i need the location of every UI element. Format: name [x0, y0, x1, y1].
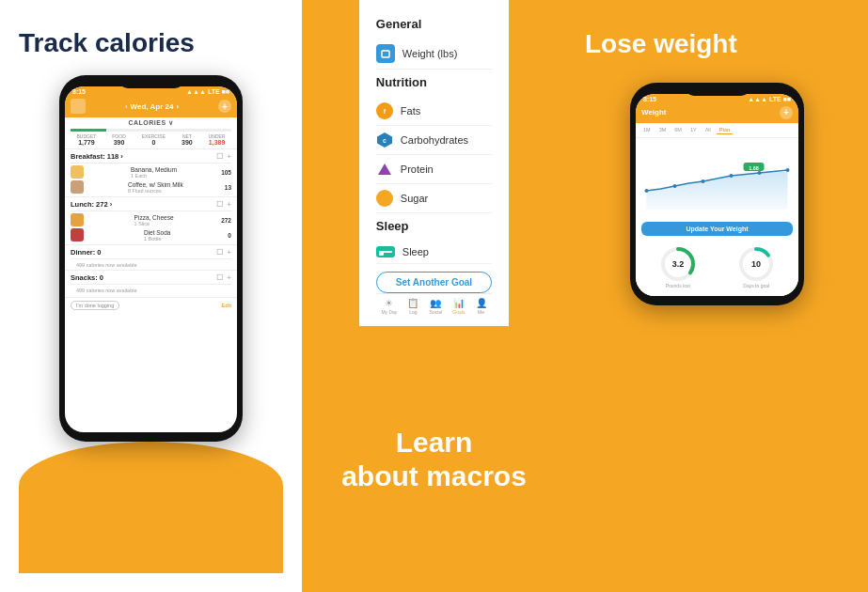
days-value: 10	[751, 259, 761, 269]
add-lunch-icon[interactable]: +	[227, 200, 231, 209]
camera-icon-dinner[interactable]: ☐	[216, 248, 223, 257]
tab-my-day[interactable]: ☀ My Day	[381, 298, 397, 315]
prev-chevron[interactable]: ‹	[125, 102, 128, 111]
right-heading: Lose weight	[585, 28, 737, 60]
right-add-button[interactable]: +	[780, 106, 793, 119]
svg-text:c: c	[383, 137, 387, 144]
weight-label: Weight (lbs)	[402, 48, 457, 59]
coffee-info: Coffee, w/ Skim Milk 8 Fluid ounces	[128, 181, 183, 194]
coffee-thumb	[71, 180, 84, 194]
general-section-title: General	[376, 17, 492, 31]
goal-carbs[interactable]: c Carbohydrates	[376, 126, 492, 155]
camera-icon[interactable]: ☐	[216, 152, 223, 161]
goal-weight[interactable]: Weight (lbs)	[376, 39, 492, 70]
phone-header: ‹ Wed, Apr 24 › +	[65, 97, 237, 117]
center-bottom-text: Learn about macros	[326, 326, 542, 592]
fats-label: Fats	[401, 105, 420, 117]
left-heading: Track calories	[19, 28, 195, 58]
edit-button[interactable]: Edit	[222, 303, 231, 308]
tab-3m[interactable]: 3M	[656, 126, 670, 134]
macro-exercise: EXERCISE 0	[142, 133, 166, 146]
sleep-icon	[376, 246, 395, 257]
tab-log[interactable]: 📋 Log	[407, 298, 418, 315]
next-chevron[interactable]: ›	[176, 102, 179, 111]
tab-bar: ☀ My Day 📋 Log 👥 Social 📊 Goals 👤 Me	[376, 293, 492, 319]
add-snacks-icon[interactable]: +	[227, 273, 231, 282]
my-day-icon: ☀	[385, 298, 393, 308]
carbs-label: Carbohydrates	[401, 134, 468, 146]
center-bottom-heading: Learn about macros	[341, 426, 527, 493]
tab-plan[interactable]: Plan	[717, 126, 734, 134]
protein-label: Protein	[401, 164, 434, 175]
dinner-action-icons: ☐ +	[216, 248, 231, 257]
sugar-icon	[376, 190, 393, 207]
set-goal-button[interactable]: Set Another Goal	[376, 272, 492, 293]
macros-row: BUDGET 1,779 FOOD 390 EXERCISE 0 NET	[65, 132, 237, 149]
tab-1m[interactable]: 1M	[640, 126, 654, 134]
right-phone-screen: 8:15 ▲▲▲ LTE ■■ Weight + 1M 3M 6M 1Y All…	[636, 94, 798, 296]
svg-marker-7	[378, 164, 391, 175]
done-row: I'm done logging Edit	[65, 297, 237, 313]
calories-tab[interactable]: CALORIES ∨	[65, 117, 237, 129]
macro-budget: BUDGET 1,779	[76, 133, 96, 146]
add-meal-icon[interactable]: +	[227, 152, 231, 161]
svg-point-15	[786, 168, 790, 172]
log-icon: 📋	[407, 298, 418, 308]
svg-point-14	[758, 171, 762, 175]
snacks-section: Snacks: 0 ☐ + 499 calories now available	[65, 270, 237, 295]
dinner-title: Dinner: 0	[71, 248, 102, 257]
macro-net: NET 390	[181, 133, 193, 146]
nav-date-row: ‹ Wed, Apr 24 ›	[125, 102, 179, 111]
chart-tabs: 1M 3M 6M 1Y All Plan	[636, 123, 798, 138]
fats-icon: f	[376, 102, 393, 119]
tab-all[interactable]: All	[702, 126, 714, 134]
carbs-icon: c	[376, 132, 393, 148]
add-dinner-icon[interactable]: +	[227, 248, 231, 257]
center-panel: General Weight (lbs) Nutrition f Fats c …	[302, 0, 566, 592]
tab-me[interactable]: 👤 Me	[476, 298, 487, 315]
done-logging-button[interactable]: I'm done logging	[71, 301, 119, 310]
left-phone-frame: 8:15 ▲▲▲ LTE ■■ ‹ Wed, Apr 24 ›	[59, 75, 243, 442]
days-goal-stat: 10 Days to goal	[720, 242, 794, 292]
days-circle: 10	[738, 246, 774, 282]
svg-point-12	[702, 179, 705, 183]
right-phone-frame: 8:15 ▲▲▲ LTE ■■ Weight + 1M 3M 6M 1Y All…	[630, 83, 804, 305]
update-weight-button[interactable]: Update Your Weight	[641, 222, 793, 236]
lunch-header: Lunch: 272 › ☐ +	[71, 200, 231, 211]
camera-icon-lunch[interactable]: ☐	[216, 200, 223, 209]
tab-6m[interactable]: 6M	[671, 126, 685, 134]
nutrition-section-title: Nutrition	[376, 75, 492, 89]
svg-rect-0	[382, 51, 389, 57]
camera-icon-snacks[interactable]: ☐	[216, 273, 223, 282]
banana-thumb	[71, 165, 84, 179]
meal-action-icons: ☐ +	[216, 152, 231, 161]
goal-sugar[interactable]: Sugar	[376, 184, 492, 213]
goal-fats[interactable]: f Fats	[376, 97, 492, 126]
me-icon: 👤	[476, 298, 487, 308]
tab-me-label: Me	[478, 309, 484, 315]
dinner-avail: 499 calories now available	[71, 261, 231, 269]
food-coffee: Coffee, w/ Skim Milk 8 Fluid ounces 13	[71, 180, 231, 194]
chart-svg: 1.68	[641, 144, 793, 210]
svg-point-10	[645, 189, 649, 193]
tab-social-label: Social	[430, 309, 443, 315]
food-pizza: Pizza, Cheese 1 Slice 272	[71, 213, 231, 226]
tab-1y[interactable]: 1Y	[687, 126, 700, 134]
signal-icon: ▲▲▲	[186, 88, 206, 95]
lte-label: LTE ■■	[208, 88, 229, 95]
pizza-thumb	[71, 213, 84, 226]
add-button[interactable]: +	[218, 100, 231, 113]
goal-sleep[interactable]: Sleep	[376, 241, 492, 264]
learn-line2: about macros	[341, 460, 527, 493]
tab-goals[interactable]: 📊 Goals	[452, 298, 465, 315]
goal-protein[interactable]: Protein	[376, 155, 492, 184]
breakfast-title: Breakfast: 118 ›	[71, 152, 123, 161]
snacks-avail: 499 calories now available	[71, 287, 231, 294]
weight-icon	[376, 44, 395, 63]
sugar-label: Sugar	[401, 193, 428, 204]
tab-social[interactable]: 👥 Social	[430, 298, 443, 315]
right-phone-notch	[685, 83, 750, 96]
pounds-value: 3.2	[671, 259, 684, 269]
soda-thumb	[71, 228, 84, 241]
right-panel: Lose weight 8:15 ▲▲▲ LTE ■■ Weight + 1M …	[566, 0, 868, 592]
